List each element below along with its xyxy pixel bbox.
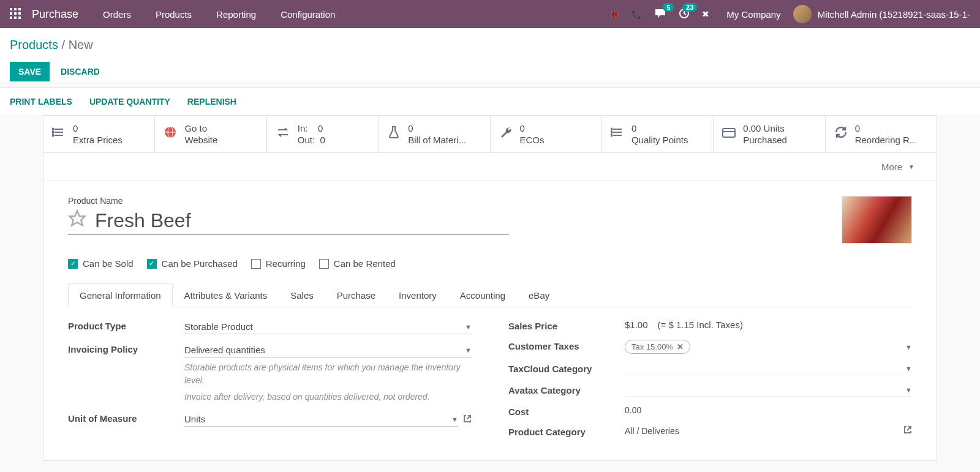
- tax-tag[interactable]: Tax 15.00% ✕: [625, 340, 690, 354]
- breadcrumb-current: New: [69, 38, 93, 51]
- flask-icon: [387, 125, 401, 143]
- nav-reporting[interactable]: Reporting: [216, 9, 256, 20]
- svg-rect-6: [10, 17, 12, 19]
- help-text: Invoice after delivery, based on quantit…: [184, 391, 472, 403]
- cost-label: Cost: [508, 405, 625, 417]
- stat-ecos[interactable]: 0ECOs: [491, 116, 602, 152]
- svg-rect-3: [10, 12, 12, 15]
- caret-down-icon: ▼: [905, 386, 912, 394]
- print-labels-button[interactable]: PRINT LABELS: [10, 97, 72, 107]
- svg-point-14: [52, 132, 54, 133]
- user-name: Mitchell Admin (15218921-saas-15-1-: [818, 9, 970, 20]
- replenish-button[interactable]: REPLENISH: [187, 97, 236, 107]
- invoicing-policy-label: Invoicing Policy: [68, 343, 184, 354]
- taxcloud-label: TaxCloud Category: [508, 362, 625, 374]
- svg-rect-25: [723, 129, 735, 137]
- svg-point-13: [52, 129, 54, 130]
- avatax-select[interactable]: ▼: [625, 384, 912, 397]
- svg-rect-2: [18, 8, 21, 10]
- tab-sales[interactable]: Sales: [279, 283, 325, 307]
- product-name-input[interactable]: [95, 209, 509, 232]
- tab-purchase[interactable]: Purchase: [325, 283, 387, 307]
- activities-badge: 23: [682, 3, 697, 12]
- breadcrumb-parent[interactable]: Products: [10, 38, 58, 51]
- list-icon: [611, 125, 624, 143]
- tab-accounting[interactable]: Accounting: [448, 283, 517, 307]
- bug-icon[interactable]: 🐞: [609, 9, 619, 19]
- messages-badge: 5: [663, 3, 674, 12]
- refresh-icon: [834, 125, 848, 143]
- svg-marker-27: [70, 211, 85, 226]
- wrench-icon: [499, 125, 513, 143]
- apps-icon[interactable]: [10, 8, 21, 21]
- external-link-icon[interactable]: [463, 414, 472, 425]
- stat-in-out[interactable]: In: 0 Out: 0: [267, 116, 379, 152]
- update-quantity-button[interactable]: UPDATE QUANTITY: [89, 97, 170, 107]
- action-bar: PRINT LABELS UPDATE QUANTITY REPLENISH: [0, 88, 980, 115]
- more-button[interactable]: More ▼: [881, 162, 914, 172]
- svg-rect-1: [14, 8, 17, 10]
- can-be-sold-checkbox[interactable]: ✓Can be Sold: [68, 258, 134, 269]
- svg-rect-5: [18, 12, 21, 15]
- svg-rect-0: [10, 8, 12, 10]
- nav-orders[interactable]: Orders: [103, 9, 131, 20]
- app-brand[interactable]: Purchase: [32, 8, 78, 21]
- tools-icon[interactable]: ✖: [702, 9, 709, 19]
- phone-icon[interactable]: 📞: [631, 9, 642, 19]
- svg-point-24: [611, 135, 612, 137]
- nav-products[interactable]: Products: [156, 9, 192, 20]
- recurring-checkbox[interactable]: Recurring: [251, 258, 306, 269]
- top-nav: Purchase Orders Products Reporting Confi…: [0, 0, 980, 28]
- cost-value[interactable]: 0.00: [625, 405, 641, 415]
- save-button[interactable]: SAVE: [10, 62, 50, 81]
- activities-icon[interactable]: 23: [679, 8, 690, 21]
- invoicing-policy-select[interactable]: Delivered quantities ▼: [184, 343, 472, 358]
- help-text: Storable products are physical items for…: [184, 361, 472, 387]
- stat-purchased[interactable]: 0.00 UnitsPurchased: [714, 116, 825, 152]
- svg-point-15: [52, 135, 54, 137]
- globe-icon: [164, 125, 177, 143]
- nav-configuration[interactable]: Configuration: [281, 9, 335, 20]
- avatax-label: Avatax Category: [508, 384, 625, 395]
- user-menu[interactable]: Mitchell Admin (15218921-saas-15-1-: [793, 5, 970, 23]
- stat-extra-prices[interactable]: 0Extra Prices: [43, 116, 155, 152]
- sales-price-value[interactable]: $1.00: [625, 320, 648, 330]
- caret-down-icon: ▼: [465, 323, 472, 331]
- external-link-icon[interactable]: [903, 425, 912, 436]
- tabs: General Information Attributes & Variant…: [68, 283, 912, 307]
- stat-reordering[interactable]: 0Reordering R...: [826, 116, 937, 152]
- transfer-icon: [276, 125, 290, 143]
- taxcloud-select[interactable]: ▼: [625, 362, 912, 375]
- product-name-label: Product Name: [68, 196, 823, 206]
- svg-rect-7: [14, 17, 17, 19]
- stat-website[interactable]: Go toWebsite: [155, 116, 266, 152]
- favorite-star-icon[interactable]: [68, 209, 86, 232]
- caret-down-icon: ▼: [451, 416, 458, 423]
- caret-down-icon[interactable]: ▼: [905, 343, 912, 351]
- product-type-select[interactable]: Storable Product ▼: [184, 320, 472, 334]
- caret-down-icon: ▼: [465, 347, 472, 354]
- stat-quality[interactable]: 0Quality Points: [602, 116, 714, 152]
- uom-select[interactable]: Units ▼: [184, 412, 458, 427]
- discard-button[interactable]: DISCARD: [61, 67, 100, 77]
- tab-ebay[interactable]: eBay: [517, 283, 561, 307]
- can-be-purchased-checkbox[interactable]: ✓Can be Purchased: [147, 258, 238, 269]
- remove-tag-icon[interactable]: ✕: [677, 342, 684, 351]
- tab-general-information[interactable]: General Information: [68, 283, 173, 307]
- tab-inventory[interactable]: Inventory: [387, 283, 448, 307]
- nav-items: Orders Products Reporting Configuration: [103, 9, 609, 20]
- avatar: [793, 5, 812, 23]
- product-category-value[interactable]: All / Deliveries: [625, 426, 899, 436]
- form-sheet: 0Extra Prices Go toWebsite In: 0 Out: 0 …: [43, 115, 937, 461]
- tab-attributes-variants[interactable]: Attributes & Variants: [173, 283, 279, 307]
- systray: 🐞 📞 5 23 ✖ My Company Mitchell Admin (15…: [609, 5, 970, 23]
- svg-rect-4: [14, 12, 17, 15]
- messages-icon[interactable]: 5: [654, 8, 666, 21]
- company-selector[interactable]: My Company: [726, 9, 780, 20]
- can-be-rented-checkbox[interactable]: Can be Rented: [319, 258, 396, 269]
- sales-price-incl: (= $ 1.15 Incl. Taxes): [658, 320, 743, 330]
- product-image[interactable]: [842, 196, 912, 244]
- breadcrumb: Products / New: [10, 34, 970, 56]
- svg-point-22: [611, 129, 612, 130]
- stat-bom[interactable]: 0Bill of Materi...: [379, 116, 490, 152]
